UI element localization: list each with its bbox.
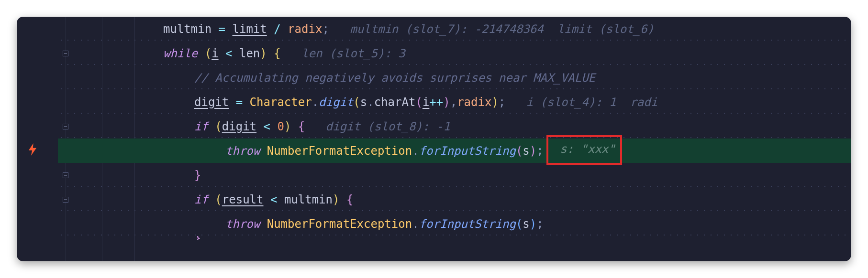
token-keyword: throw bbox=[225, 217, 260, 231]
token-punct: . bbox=[412, 144, 419, 158]
token-punct: ; bbox=[536, 144, 543, 158]
inline-debug-hint: multmin (slot_7): -214748364 limit (slot… bbox=[329, 22, 654, 36]
fold-toggle-icon[interactable] bbox=[63, 51, 68, 56]
token-operator: < bbox=[264, 193, 284, 206]
token-paren: ( bbox=[516, 144, 523, 158]
token-identifier: s bbox=[360, 96, 367, 109]
code-line[interactable]: digit = Character . digit ( s . charAt (… bbox=[58, 90, 851, 114]
lightning-bolt-icon[interactable] bbox=[28, 143, 37, 159]
inline-debug-hint: digit (slot_8): -1 bbox=[305, 120, 450, 133]
token-brace: } bbox=[194, 236, 201, 240]
token-operator: / bbox=[267, 22, 288, 36]
token-identifier: len bbox=[239, 47, 260, 60]
token-identifier: digit bbox=[194, 96, 229, 109]
token-punct: , bbox=[450, 96, 457, 109]
code-editor[interactable]: multmin = limit / radix ; multmin (slot_… bbox=[17, 17, 851, 261]
token-brace: { bbox=[346, 193, 353, 206]
token-punct: ; bbox=[322, 22, 329, 36]
token-paren: ( bbox=[415, 96, 422, 109]
token-brace: { bbox=[298, 120, 305, 133]
code-line[interactable]: if ( result < multmin ) { bbox=[58, 187, 851, 212]
token-method: forInputString bbox=[419, 217, 516, 231]
token-space bbox=[260, 144, 267, 158]
inline-debug-hint: s: "xxx" bbox=[553, 143, 615, 155]
token-paren: ) bbox=[530, 217, 536, 231]
code-line[interactable]: while ( i < len ) { len (slot_5): 3 bbox=[58, 41, 851, 65]
code-line[interactable]: } bbox=[58, 236, 851, 240]
token-identifier: multmin bbox=[163, 22, 211, 36]
token-punct: . bbox=[312, 96, 319, 109]
token-space bbox=[260, 217, 267, 231]
code-line[interactable]: multmin = limit / radix ; multmin (slot_… bbox=[58, 17, 851, 41]
token-paren: ( bbox=[353, 96, 360, 109]
token-method: charAt bbox=[374, 96, 416, 109]
token-comment: // Accumulating negatively avoids surpri… bbox=[194, 71, 595, 85]
token-operator: < bbox=[256, 120, 277, 133]
token-paren: ( bbox=[198, 47, 211, 60]
token-brace: { bbox=[274, 47, 280, 60]
token-paren: ( bbox=[208, 120, 222, 133]
token-identifier: i bbox=[211, 47, 218, 60]
token-keyword: while bbox=[163, 47, 198, 60]
token-number: 0 bbox=[277, 120, 284, 133]
token-operator: < bbox=[219, 47, 239, 60]
gutter bbox=[17, 17, 58, 261]
token-paren: ( bbox=[516, 217, 523, 231]
token-identifier: limit bbox=[233, 22, 267, 36]
fold-toggle-icon[interactable] bbox=[63, 197, 68, 203]
token-operator: ++ bbox=[429, 96, 443, 109]
inline-debug-hint: i (slot_4): 1 radi bbox=[505, 96, 657, 109]
token-punct: ; bbox=[536, 217, 543, 231]
token-method: digit bbox=[319, 96, 353, 109]
token-operator: = bbox=[211, 22, 232, 36]
token-punct: ; bbox=[499, 96, 505, 109]
token-punct: . bbox=[367, 96, 374, 109]
token-type: NumberFormatException bbox=[267, 144, 412, 158]
token-identifier: s bbox=[523, 217, 529, 231]
code-line[interactable]: throw NumberFormatException . forInputSt… bbox=[58, 212, 851, 236]
token-identifier: i bbox=[423, 96, 429, 109]
fold-toggle-icon[interactable] bbox=[63, 172, 68, 178]
token-paren: ) bbox=[260, 47, 274, 60]
token-paren: ) bbox=[530, 144, 536, 158]
token-method: forInputString bbox=[419, 144, 516, 158]
code-area[interactable]: multmin = limit / radix ; multmin (slot_… bbox=[58, 17, 851, 261]
token-identifier: radix bbox=[288, 22, 322, 36]
token-keyword: throw bbox=[225, 144, 260, 158]
token-paren: ) bbox=[284, 120, 298, 133]
token-type: NumberFormatException bbox=[267, 217, 412, 231]
token-punct: . bbox=[412, 217, 419, 231]
token-operator: = bbox=[229, 96, 249, 109]
token-type: Character bbox=[250, 96, 312, 109]
annotation-box: s: "xxx" bbox=[546, 135, 622, 165]
token-identifier: result bbox=[222, 193, 264, 206]
token-paren: ) bbox=[333, 193, 346, 206]
token-keyword: if bbox=[194, 193, 208, 206]
fold-toggle-icon[interactable] bbox=[63, 124, 68, 129]
token-paren: ( bbox=[208, 193, 222, 206]
code-line[interactable]: if ( digit < 0 ) { digit (slot_8): -1 bbox=[58, 114, 851, 139]
code-line-current[interactable]: throw NumberFormatException . forInputSt… bbox=[58, 139, 851, 163]
token-identifier: multmin bbox=[284, 193, 333, 206]
token-paren: ) bbox=[443, 96, 450, 109]
code-line[interactable]: } bbox=[58, 163, 851, 187]
code-line[interactable]: // Accumulating negatively avoids surpri… bbox=[58, 65, 851, 90]
token-identifier: digit bbox=[222, 120, 256, 133]
token-brace: } bbox=[194, 169, 201, 182]
token-keyword: if bbox=[194, 120, 208, 133]
token-paren: ) bbox=[491, 96, 498, 109]
token-identifier: radix bbox=[457, 96, 491, 109]
token-identifier: s bbox=[523, 144, 529, 158]
inline-debug-hint: len (slot_5): 3 bbox=[281, 47, 405, 60]
